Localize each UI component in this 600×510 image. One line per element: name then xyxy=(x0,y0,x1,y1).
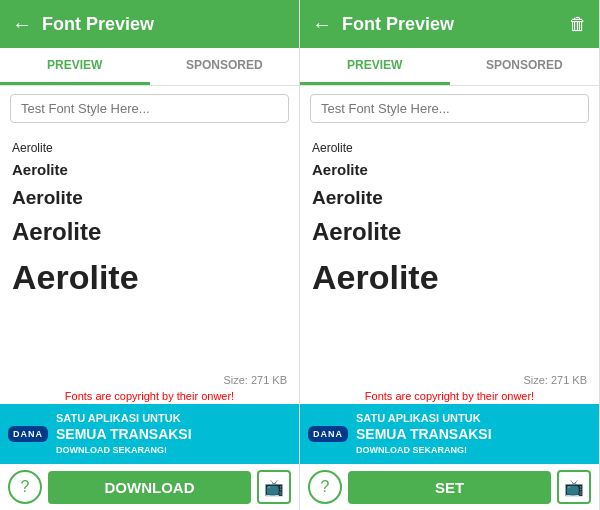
tv-button-left[interactable]: 📺 xyxy=(257,470,291,504)
left-copyright: Fonts are copyright by their onwer! xyxy=(0,388,299,404)
left-title: Font Preview xyxy=(42,14,287,35)
right-font-item-5: Aerolite xyxy=(312,252,587,303)
trash-icon-right[interactable]: 🗑 xyxy=(569,14,587,35)
right-search-box xyxy=(310,94,589,123)
right-font-item-1: Aerolite xyxy=(312,139,587,157)
download-button[interactable]: DOWNLOAD xyxy=(48,471,251,504)
right-font-item-3: Aerolite xyxy=(312,184,587,213)
left-ad-banner[interactable]: DANA SATU APLIKASI UNTUK SEMUA TRANSAKSI… xyxy=(0,404,299,464)
right-copyright: Fonts are copyright by their onwer! xyxy=(300,388,599,404)
tab-sponsored-right[interactable]: SPONSORED xyxy=(450,48,600,85)
font-item-1: Aerolite xyxy=(12,139,287,157)
left-ad-content: SATU APLIKASI UNTUK SEMUA TRANSAKSI DOWN… xyxy=(56,411,192,457)
left-header: ← Font Preview xyxy=(0,0,299,48)
right-font-item-2: Aerolite xyxy=(312,159,587,182)
right-font-list: Aerolite Aerolite Aerolite Aerolite Aero… xyxy=(300,131,599,370)
right-ad-tagline1: SATU APLIKASI UNTUK SEMUA TRANSAKSI DOWN… xyxy=(356,411,492,457)
right-tabs: PREVIEW SPONSORED xyxy=(300,48,599,86)
left-ad-tagline1: SATU APLIKASI UNTUK SEMUA TRANSAKSI DOWN… xyxy=(56,411,192,457)
font-item-3: Aerolite xyxy=(12,184,287,213)
tab-preview-left[interactable]: PREVIEW xyxy=(0,48,150,85)
right-title: Font Preview xyxy=(342,14,569,35)
left-search-box xyxy=(10,94,289,123)
tab-sponsored-left[interactable]: SPONSORED xyxy=(150,48,300,85)
left-dana-logo: DANA xyxy=(8,426,48,442)
back-icon-right[interactable]: ← xyxy=(312,13,332,36)
font-item-4: Aerolite xyxy=(12,214,287,250)
right-size-label: Size: 271 KB xyxy=(300,370,599,388)
help-button-left[interactable]: ? xyxy=(8,470,42,504)
right-panel: ← Font Preview 🗑 PREVIEW SPONSORED Aerol… xyxy=(300,0,600,510)
left-bottom-bar: ? DOWNLOAD 📺 xyxy=(0,464,299,510)
right-search-input[interactable] xyxy=(310,94,589,123)
left-font-list: Aerolite Aerolite Aerolite Aerolite Aero… xyxy=(0,131,299,370)
help-button-right[interactable]: ? xyxy=(308,470,342,504)
left-panel: ← Font Preview PREVIEW SPONSORED Aerolit… xyxy=(0,0,300,510)
right-dana-text: DANA xyxy=(313,429,343,439)
set-button[interactable]: SET xyxy=(348,471,551,504)
right-ad-content: SATU APLIKASI UNTUK SEMUA TRANSAKSI DOWN… xyxy=(356,411,492,457)
left-dana-text: DANA xyxy=(13,429,43,439)
right-header: ← Font Preview 🗑 xyxy=(300,0,599,48)
left-size-label: Size: 271 KB xyxy=(0,370,299,388)
right-font-item-4: Aerolite xyxy=(312,214,587,250)
left-tabs: PREVIEW SPONSORED xyxy=(0,48,299,86)
left-search-input[interactable] xyxy=(10,94,289,123)
right-ad-banner[interactable]: DANA SATU APLIKASI UNTUK SEMUA TRANSAKSI… xyxy=(300,404,599,464)
back-icon-left[interactable]: ← xyxy=(12,13,32,36)
tv-button-right[interactable]: 📺 xyxy=(557,470,591,504)
font-item-5: Aerolite xyxy=(12,252,287,303)
right-dana-logo: DANA xyxy=(308,426,348,442)
right-bottom-bar: ? SET 📺 xyxy=(300,464,599,510)
tab-preview-right[interactable]: PREVIEW xyxy=(300,48,450,85)
font-item-2: Aerolite xyxy=(12,159,287,182)
